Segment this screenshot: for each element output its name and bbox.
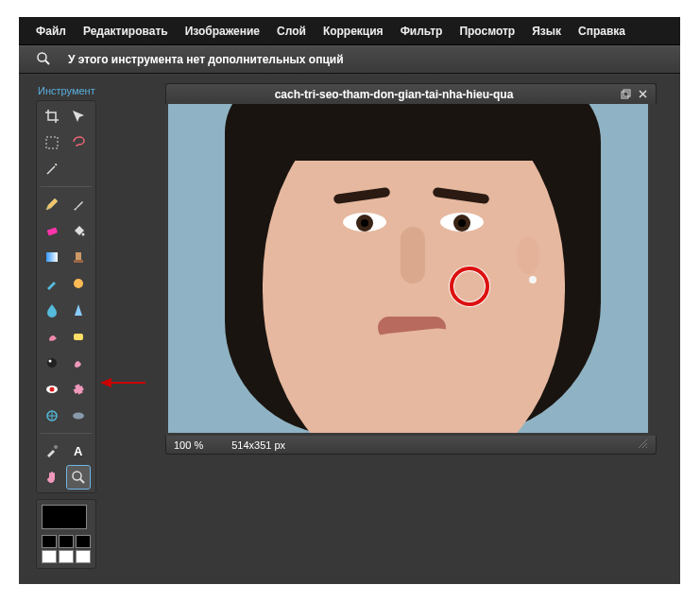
svg-point-11 [49, 360, 52, 363]
pinch-inward-tool[interactable] [67, 404, 90, 427]
svg-point-18 [54, 445, 58, 449]
options-text: У этого инструмента нет дополнительных о… [68, 53, 344, 66]
svg-rect-25 [623, 90, 630, 96]
svg-point-20 [73, 472, 81, 480]
canvas-image[interactable] [165, 104, 651, 436]
eyedropper-tool[interactable] [41, 439, 63, 462]
menubar: Файл Редактировать Изображение Слой Корр… [19, 17, 680, 45]
zoom-tool[interactable] [67, 466, 90, 489]
menu-file[interactable]: Файл [36, 25, 66, 38]
svg-rect-24 [622, 92, 628, 98]
svg-rect-7 [74, 260, 83, 263]
preset-swatch[interactable] [59, 550, 74, 563]
draw-tool[interactable] [67, 272, 90, 295]
annotation-arrow-icon [100, 376, 147, 389]
dodge-tool[interactable] [41, 352, 63, 374]
svg-rect-9 [74, 334, 83, 340]
blur-tool[interactable] [41, 299, 63, 321]
svg-point-10 [47, 358, 57, 368]
toolbox-panel: A [36, 100, 96, 493]
svg-line-1 [45, 60, 49, 64]
eraser-tool[interactable] [41, 219, 63, 242]
spot-heal-tool[interactable] [67, 378, 90, 401]
svg-rect-6 [76, 252, 81, 260]
wand-tool[interactable] [41, 158, 63, 181]
clone-stamp-tool[interactable] [67, 246, 90, 268]
zoom-level: 100 % [174, 439, 203, 451]
window-close-icon[interactable] [635, 87, 650, 102]
move-tool[interactable] [67, 105, 90, 128]
hand-tool[interactable] [41, 466, 63, 489]
color-presets [42, 535, 91, 563]
svg-point-13 [50, 387, 55, 392]
lasso-tool[interactable] [67, 131, 90, 154]
redeye-tool[interactable] [41, 378, 63, 401]
color-swatch-panel [36, 499, 96, 569]
type-tool[interactable]: A [67, 439, 90, 462]
crop-tool[interactable] [41, 105, 63, 128]
canvas-size: 514x351 px [231, 439, 285, 451]
preset-swatch[interactable] [76, 535, 91, 548]
foreground-color-swatch[interactable] [42, 505, 87, 529]
sponge-tool[interactable] [67, 325, 90, 348]
zoom-icon [36, 51, 51, 69]
menu-image[interactable]: Изображение [185, 25, 260, 38]
window-restore-icon[interactable] [618, 87, 633, 102]
svg-marker-23 [100, 378, 111, 387]
photo-content [168, 104, 648, 433]
gradient-tool[interactable] [41, 246, 63, 268]
preset-swatch[interactable] [59, 535, 74, 548]
app-frame: Файл Редактировать Изображение Слой Корр… [19, 17, 680, 584]
sharpen-tool[interactable] [67, 299, 90, 321]
svg-point-17 [73, 413, 84, 420]
workspace: Инструмент [19, 74, 680, 584]
preset-swatch[interactable] [76, 550, 91, 563]
canvas-window: cach-tri-seo-tham-don-gian-tai-nha-hieu-… [165, 83, 657, 455]
smudge-tool[interactable] [41, 325, 63, 348]
svg-point-4 [82, 233, 85, 236]
preset-swatch[interactable] [42, 550, 57, 563]
marquee-tool[interactable] [41, 131, 63, 154]
svg-rect-3 [47, 227, 58, 235]
preset-swatch[interactable] [42, 535, 57, 548]
canvas-statusbar: 100 % 514x351 px [165, 436, 657, 455]
menu-adjustment[interactable]: Коррекция [323, 25, 384, 38]
svg-point-8 [74, 279, 83, 288]
canvas-titlebar[interactable]: cach-tri-seo-tham-don-gian-tai-nha-hieu-… [165, 83, 657, 104]
svg-line-21 [80, 479, 84, 483]
canvas-title: cach-tri-seo-tham-don-gian-tai-nha-hieu-… [172, 88, 616, 101]
bloat-tool[interactable] [41, 404, 63, 427]
menu-help[interactable]: Справка [578, 25, 625, 38]
color-replace-tool[interactable] [41, 272, 63, 295]
brush-tool[interactable] [67, 193, 90, 215]
toolbox-title: Инструмент [36, 85, 96, 96]
menu-view[interactable]: Просмотр [459, 25, 515, 38]
toolbox: Инструмент [36, 85, 96, 569]
svg-rect-2 [46, 137, 58, 148]
resize-grip-icon[interactable] [638, 439, 648, 451]
svg-rect-5 [46, 252, 58, 262]
pencil-tool[interactable] [41, 193, 63, 215]
svg-text:A: A [74, 444, 83, 458]
menu-edit[interactable]: Редактировать [83, 25, 168, 38]
options-bar: У этого инструмента нет дополнительных о… [19, 45, 680, 74]
menu-filter[interactable]: Фильтр [401, 25, 443, 38]
bucket-tool[interactable] [67, 219, 90, 242]
menu-layer[interactable]: Слой [277, 25, 306, 38]
svg-point-0 [38, 53, 46, 61]
pinch-tool[interactable] [67, 352, 90, 374]
menu-language[interactable]: Язык [532, 25, 561, 38]
